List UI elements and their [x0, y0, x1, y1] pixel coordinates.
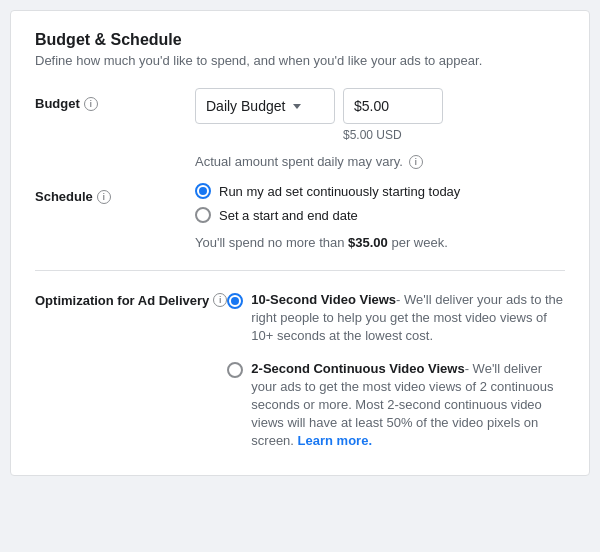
schedule-radio-group: Run my ad set continuously starting toda…	[195, 181, 460, 223]
actual-amount-text: Actual amount spent daily may vary.	[195, 154, 403, 169]
page-subtitle: Define how much you'd like to spend, and…	[35, 53, 565, 68]
schedule-option-date-range[interactable]: Set a start and end date	[195, 207, 460, 223]
radio-date-range-icon	[195, 207, 211, 223]
page-title: Budget & Schedule	[35, 31, 565, 49]
budget-schedule-card: Budget & Schedule Define how much you'd …	[10, 10, 590, 476]
section-divider	[35, 270, 565, 271]
budget-row: Budget i Daily Budget $5.00 USD	[35, 88, 565, 142]
optimization-info-icon[interactable]: i	[213, 293, 227, 307]
optimization-label: Optimization for Ad Delivery i	[35, 291, 227, 308]
learn-more-link[interactable]: Learn more.	[298, 433, 372, 448]
radio-2sec-icon	[227, 362, 243, 378]
actual-amount-info-icon[interactable]: i	[409, 155, 423, 169]
radio-continuous-icon	[195, 183, 211, 199]
budget-info-icon[interactable]: i	[84, 97, 98, 111]
actual-amount-row: Actual amount spent daily may vary. i	[35, 154, 565, 169]
budget-currency-hint: $5.00 USD	[195, 128, 443, 142]
spend-amount: $35.00	[348, 235, 388, 250]
section-header: Budget & Schedule Define how much you'd …	[35, 31, 565, 68]
budget-inputs: Daily Budget	[195, 88, 443, 124]
schedule-row: Schedule i Run my ad set continuously st…	[35, 181, 565, 223]
schedule-label: Schedule i	[35, 181, 195, 204]
optimization-options: 10-Second Video Views- We'll deliver you…	[227, 291, 565, 451]
spend-note: You'll spend no more than $35.00 per wee…	[35, 235, 565, 250]
budget-controls: Daily Budget $5.00 USD	[195, 88, 443, 142]
schedule-info-icon[interactable]: i	[97, 190, 111, 204]
optimization-row: Optimization for Ad Delivery i 10-Second…	[35, 291, 565, 451]
opt-10sec-text: 10-Second Video Views- We'll deliver you…	[251, 291, 565, 346]
schedule-option-continuous[interactable]: Run my ad set continuously starting toda…	[195, 183, 460, 199]
opt-option-2sec[interactable]: 2-Second Continuous Video Views- We'll d…	[227, 360, 565, 451]
radio-10sec-icon	[227, 293, 243, 309]
opt-2sec-text: 2-Second Continuous Video Views- We'll d…	[251, 360, 565, 451]
budget-label: Budget i	[35, 88, 195, 111]
chevron-down-icon	[293, 104, 301, 109]
budget-type-dropdown[interactable]: Daily Budget	[195, 88, 335, 124]
opt-option-10sec[interactable]: 10-Second Video Views- We'll deliver you…	[227, 291, 565, 346]
budget-amount-input[interactable]	[343, 88, 443, 124]
